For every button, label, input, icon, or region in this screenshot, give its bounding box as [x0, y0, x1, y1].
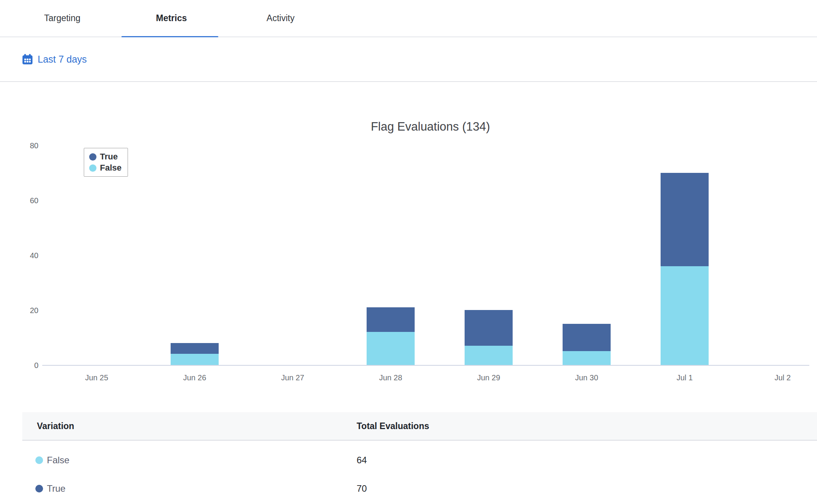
- table-header-row: Variation Total Evaluations: [22, 412, 817, 441]
- legend-item-true[interactable]: True: [89, 152, 121, 162]
- bar-jun-26-false: [171, 354, 219, 365]
- false-series-dot: [89, 164, 96, 172]
- y-tick-0: 0: [12, 361, 38, 370]
- bar-jun-30-true: [563, 324, 611, 351]
- x-tick-jun-29: Jun 29: [458, 373, 520, 382]
- date-range-button[interactable]: Last 7 days: [22, 37, 87, 81]
- table-row-true: True 70: [22, 474, 817, 503]
- calendar-icon: [22, 54, 33, 65]
- bar-jun-28-true: [367, 307, 415, 332]
- chart-legend: TrueFalse: [84, 148, 128, 177]
- x-tick-jun-25: Jun 25: [66, 373, 128, 382]
- tab-metrics[interactable]: Metrics: [117, 0, 226, 36]
- y-tick-40: 40: [12, 251, 38, 260]
- true-series-dot: [89, 153, 96, 161]
- x-tick-jul-2: Jul 2: [752, 373, 814, 382]
- bar-jul-1-true: [661, 173, 709, 266]
- legend-item-false[interactable]: False: [89, 163, 121, 173]
- legend-label: False: [100, 163, 121, 173]
- bar-jul-1-false: [661, 266, 709, 365]
- x-tick-jun-28: Jun 28: [360, 373, 422, 382]
- table-row-false: False 64: [22, 446, 817, 474]
- bar-jun-29-true: [465, 310, 513, 346]
- date-range-label: Last 7 days: [38, 54, 87, 65]
- x-tick-jun-27: Jun 27: [262, 373, 324, 382]
- false-variation-dot: [35, 456, 43, 464]
- tab-targeting[interactable]: Targeting: [8, 0, 117, 36]
- date-range-row: Last 7 days: [0, 37, 817, 82]
- y-tick-60: 60: [12, 196, 38, 205]
- x-axis-line: [42, 365, 809, 366]
- flag-evaluations-chart: Flag Evaluations (134) 020406080 Jun 25J…: [0, 82, 817, 412]
- bar-jun-29-false: [465, 346, 513, 365]
- y-tick-80: 80: [12, 141, 38, 150]
- total-evaluations-value: 70: [357, 474, 367, 503]
- total-evaluations-value: 64: [357, 446, 367, 474]
- tab-bar: Targeting Metrics Activity: [0, 0, 817, 37]
- x-tick-jun-30: Jun 30: [556, 373, 618, 382]
- bar-jun-30-false: [563, 351, 611, 365]
- tab-metrics-label: Metrics: [156, 13, 187, 23]
- flag-metrics-page: Targeting Metrics Activity: [0, 0, 817, 504]
- column-header-total-evaluations: Total Evaluations: [357, 412, 429, 440]
- variation-table: Variation Total Evaluations False 64 Tru…: [22, 412, 817, 503]
- x-tick-jun-26: Jun 26: [164, 373, 226, 382]
- column-header-variation: Variation: [37, 412, 74, 440]
- table-body: False 64 True 70: [22, 441, 817, 503]
- y-tick-20: 20: [12, 306, 38, 315]
- x-tick-jul-1: Jul 1: [654, 373, 716, 382]
- legend-label: True: [100, 152, 118, 162]
- bar-jun-26-true: [171, 343, 219, 354]
- bar-jun-28-false: [367, 332, 415, 365]
- true-variation-dot: [35, 485, 43, 492]
- chart-title: Flag Evaluations (134): [338, 120, 523, 134]
- variation-label: False: [47, 455, 70, 466]
- tab-activity[interactable]: Activity: [226, 0, 335, 36]
- variation-label: True: [47, 483, 65, 494]
